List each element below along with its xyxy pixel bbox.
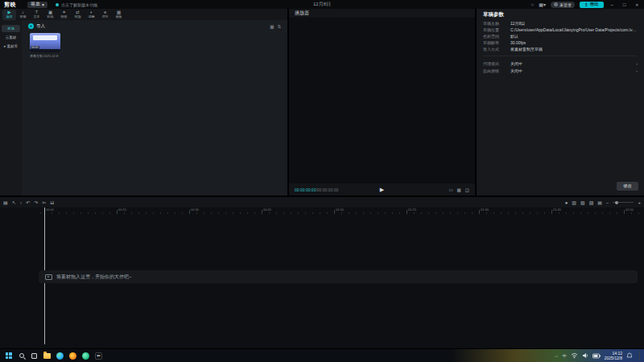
zoom-out-icon[interactable]: −	[606, 200, 609, 205]
player-viewport[interactable]	[289, 19, 475, 183]
login-button[interactable]: 未登录	[551, 2, 575, 8]
media-content: + 导入 ▦ ⇅ 00:05 屏幕录制 2025-12-8	[22, 20, 287, 195]
zoom-in-icon[interactable]: +	[638, 200, 641, 205]
modify-button[interactable]: 修改	[617, 182, 638, 191]
export-button[interactable]: ↥ 导出	[580, 2, 604, 8]
tab-media[interactable]: ▶媒体	[2, 10, 16, 20]
notification-bell-icon[interactable]	[626, 352, 633, 359]
magnet-snap-icon[interactable]: ▥	[572, 200, 576, 205]
taskbar-clock[interactable]: 14:12 2025/12/8	[605, 351, 622, 360]
plus-icon: +	[28, 23, 34, 29]
windows-logo-icon	[6, 352, 12, 359]
tab-template[interactable]: ▦模板	[112, 10, 126, 20]
wifi-icon[interactable]	[571, 352, 578, 359]
firefox-icon	[69, 352, 76, 360]
media-placeholder-icon	[45, 274, 52, 280]
draft-row-framerate: 草稿帧率 30.00fps	[477, 39, 644, 46]
filter-icon: ◐	[90, 10, 93, 14]
start-button[interactable]	[4, 352, 13, 360]
player-right-controls: ▭ ▦ ◳	[448, 187, 469, 192]
sort-icon[interactable]: ⇅	[277, 24, 281, 29]
drop-hint-text: 将素材拖入这里，开始你的大作吧~	[56, 274, 132, 281]
timeline-ruler[interactable]: 00:00 00:15 00:30 00:45 01:00 01:15 01:3…	[39, 208, 644, 214]
split-icon[interactable]: ✂	[42, 200, 46, 205]
chevron-down-icon: ▾	[42, 2, 44, 7]
edge-browser-button[interactable]	[56, 352, 64, 360]
green-app-button[interactable]	[81, 352, 90, 360]
close-button[interactable]: ×	[633, 2, 641, 7]
draft-row-colorspace: 色彩空间 默认	[477, 33, 644, 39]
document-title: 12月8日	[313, 1, 331, 8]
audio-icon: ♪	[22, 10, 24, 14]
notification-bell-icon[interactable]: ○	[531, 2, 535, 7]
tab-effects[interactable]: ✦特效	[57, 10, 71, 20]
maximize-button[interactable]: □	[621, 2, 629, 7]
player-header: 播放器	[289, 9, 475, 19]
tab-sticker[interactable]: ▣贴纸	[43, 10, 57, 20]
layout-switch-button[interactable]: ▦▾	[539, 2, 546, 7]
tab-filter[interactable]: ◐滤镜	[85, 10, 98, 20]
subnav-library[interactable]: ▸素材库	[2, 43, 20, 50]
canvas-grid-icon[interactable]: ▦	[457, 187, 461, 192]
minimize-button[interactable]: –	[609, 2, 616, 7]
template-icon: ▦	[117, 10, 121, 14]
firefox-button[interactable]	[68, 352, 77, 360]
link-clips-icon[interactable]: ▧	[580, 200, 585, 205]
menu-button[interactable]: 菜单 ▾	[27, 2, 47, 8]
timeline-panel: ▤ ↖ ▾ ↶ ↷ ✂ ⊟ ● ▥ ▧ ▨ ▤ − + 00:00 00:15 …	[0, 197, 644, 348]
import-button[interactable]: + 导入	[28, 23, 45, 29]
free-layer-row[interactable]: 自由层级 关闭中 ›	[477, 67, 644, 74]
tray-expand-icon[interactable]: ︿	[555, 353, 559, 358]
volume-icon[interactable]	[582, 352, 588, 359]
version-notice[interactable]: 点击了解新版本功能	[56, 2, 97, 7]
tab-audio[interactable]: ♪音频	[16, 10, 30, 20]
track-options-icon[interactable]: ▤	[3, 200, 8, 205]
search-button[interactable]	[17, 352, 26, 360]
login-label: 未登录	[559, 2, 572, 7]
slider-knob[interactable]	[615, 201, 618, 204]
file-explorer-button[interactable]	[43, 352, 52, 360]
ruler-label: 01:45	[553, 208, 561, 212]
system-tray: ︿ 中 14:12 2025/12/8	[555, 351, 640, 360]
subnav-cloud[interactable]: 云素材	[2, 34, 20, 41]
app-logo: 剪映	[4, 1, 16, 9]
delete-icon[interactable]: ⊟	[50, 200, 54, 205]
timeline-zoom-slider[interactable]	[613, 202, 634, 203]
chevron-right-icon: ›	[636, 68, 638, 73]
play-button[interactable]: ▶	[380, 187, 384, 193]
proxy-mode-row[interactable]: 代理模式 关闭中 ›	[477, 60, 644, 67]
show-desktop-button[interactable]	[639, 351, 640, 360]
search-icon	[19, 353, 24, 358]
task-view-button[interactable]	[30, 352, 39, 360]
avatar	[554, 2, 558, 6]
tab-adjust[interactable]: ≡调节	[98, 10, 112, 20]
preview-axis-icon[interactable]: ▨	[589, 200, 594, 205]
auto-snap-icon[interactable]: ▤	[597, 200, 602, 205]
adjust-icon: ≡	[104, 10, 106, 14]
chevron-down-icon[interactable]: ▾	[20, 200, 23, 205]
ratio-icon[interactable]: ▭	[448, 187, 452, 192]
tab-transition[interactable]: ⇄转场	[71, 10, 85, 20]
ruler-label: 01:00	[336, 208, 344, 212]
grid-view-icon[interactable]: ▦	[270, 24, 274, 29]
drop-media-hint-track[interactable]: 将素材拖入这里，开始你的大作吧~	[39, 270, 638, 283]
record-voiceover-icon[interactable]: ●	[565, 200, 568, 205]
subnav-local[interactable]: 本地	[2, 25, 20, 32]
asset-ribbon: ▶媒体 ♪音频 T文本 ▣贴纸 ✦特效 ⇄转场 ◐滤镜 ≡调节 ▦模板	[0, 9, 287, 20]
thumbnail-taskbar-shape	[30, 49, 60, 52]
redo-icon[interactable]: ↷	[34, 200, 38, 205]
select-cursor-icon[interactable]: ↖	[12, 200, 16, 205]
ime-indicator[interactable]: 中	[563, 353, 567, 358]
capcut-app-button[interactable]: ✂	[94, 352, 103, 360]
media-clip-thumbnail[interactable]: 00:05	[30, 33, 60, 52]
chevron-right-icon: ▸	[4, 44, 6, 48]
draft-panel-title: 草稿参数	[477, 9, 644, 20]
undo-icon[interactable]: ↶	[26, 200, 30, 205]
chevron-down-icon: ▾	[543, 2, 546, 7]
tab-text[interactable]: T文本	[30, 10, 43, 20]
fullscreen-icon[interactable]: ◳	[465, 187, 469, 192]
ruler-label: 01:15	[408, 208, 416, 212]
export-label: 导出	[590, 2, 599, 7]
green-app-icon	[82, 352, 89, 360]
battery-icon[interactable]	[592, 353, 601, 359]
